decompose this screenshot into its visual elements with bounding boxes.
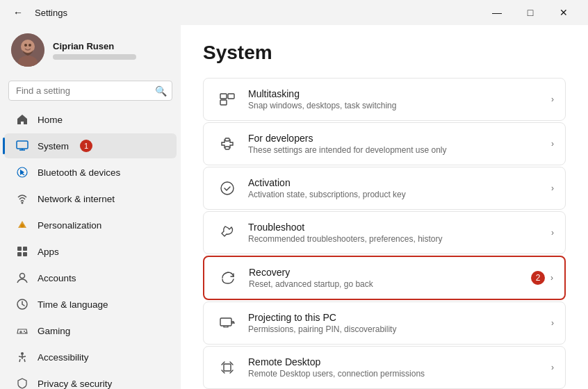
settings-item-recovery[interactable]: Recovery Reset, advanced startup, go bac… [203,256,566,300]
network-icon [15,192,29,206]
troubleshoot-icon [215,220,240,245]
app-container: Ciprian Rusen 🔍 Home [0,25,588,389]
title-bar: ← Settings — □ ✕ [0,0,588,25]
chevron-icon: › [551,318,554,328]
nav-label-network: Network & internet [38,194,115,204]
gaming-icon [15,324,29,338]
sidebar-item-network[interactable]: Network & internet [4,186,177,211]
system-icon [15,139,29,153]
accessibility-icon [15,350,29,364]
personalization-icon [15,218,29,232]
projecting-desc: Permissions, pairing PIN, discoverabilit… [248,324,551,334]
sidebar-item-personalization[interactable]: Personalization [4,213,177,238]
nav-label-accessibility: Accessibility [38,352,89,363]
developers-title: For developers [248,133,551,144]
activation-icon [215,176,240,201]
settings-item-developers[interactable]: For developers These settings are intend… [203,122,566,165]
chevron-icon: › [551,94,554,104]
recovery-title: Recovery [249,267,531,278]
svg-rect-9 [17,247,22,251]
chevron-icon: › [550,273,553,283]
svg-point-7 [22,202,24,204]
app-title: Settings [35,8,67,18]
settings-item-troubleshoot[interactable]: Troubleshoot Recommended troubleshooters… [203,211,566,254]
back-button[interactable]: ← [8,3,28,22]
remote-desc: Remote Desktop users, connection permiss… [248,369,551,379]
developers-icon [215,131,240,156]
sidebar-item-privacy[interactable]: Privacy & security [4,371,177,389]
projecting-icon [215,311,240,336]
settings-item-multitasking[interactable]: Multitasking Snap windows, desktops, tas… [203,78,566,121]
sidebar-item-accessibility[interactable]: Accessibility [4,345,177,370]
home-icon [15,113,29,126]
activation-title: Activation [248,177,551,188]
svg-rect-22 [225,147,229,149]
privacy-icon [15,376,29,389]
nav-label-home: Home [38,115,63,125]
svg-rect-12 [23,252,27,256]
svg-rect-25 [224,364,231,371]
avatar [11,33,44,67]
developers-desc: These settings are intended for developm… [248,145,551,155]
time-icon [15,297,29,311]
multitasking-title: Multitasking [248,88,551,99]
nav-label-time: Time & language [38,299,108,310]
settings-item-projecting[interactable]: Projecting to this PC Permissions, pairi… [203,301,566,345]
svg-point-8 [21,224,24,228]
remote-title: Remote Desktop [248,356,551,367]
activation-desc: Activation state, subscriptions, product… [248,190,551,199]
sidebar-item-time[interactable]: Time & language [4,292,177,317]
chevron-icon: › [551,228,554,238]
sidebar-item-bluetooth[interactable]: Bluetooth & devices [4,160,177,185]
svg-point-13 [20,274,25,279]
multitasking-desc: Snap windows, desktops, task switching [248,101,551,110]
user-profile[interactable]: Ciprian Rusen [0,25,181,78]
sidebar-item-home[interactable]: Home [4,107,177,132]
system-badge: 1 [80,140,92,152]
close-button[interactable]: ✕ [548,1,580,24]
sidebar-item-system[interactable]: System 1 [4,133,177,158]
sidebar-item-gaming[interactable]: Gaming [4,318,177,343]
settings-list: Multitasking Snap windows, desktops, tas… [203,78,566,389]
minimize-button[interactable]: — [481,1,513,24]
search-input[interactable] [8,81,172,101]
svg-point-23 [221,182,234,194]
svg-rect-18 [220,94,227,99]
bluetooth-icon [15,165,29,179]
svg-rect-20 [220,100,227,105]
svg-point-15 [24,331,25,332]
sidebar-item-accounts[interactable]: Accounts [4,265,177,290]
svg-point-3 [24,44,27,47]
nav-label-gaming: Gaming [38,326,70,336]
user-name: Ciprian Rusen [53,41,136,51]
sidebar: Ciprian Rusen 🔍 Home [0,25,181,389]
svg-point-4 [28,44,31,47]
svg-rect-11 [17,252,22,256]
accounts-icon [15,271,29,285]
svg-point-17 [21,352,24,355]
troubleshoot-title: Troubleshoot [248,222,551,233]
apps-icon [15,245,29,258]
nav-label-personalization: Personalization [38,220,101,231]
multitasking-icon [215,87,240,112]
nav-label-accounts: Accounts [38,273,76,283]
svg-rect-10 [23,247,27,251]
nav-label-apps: Apps [38,247,59,257]
nav-label-bluetooth: Bluetooth & devices [38,167,120,178]
search-icon: 🔍 [155,85,167,97]
recovery-desc: Reset, advanced startup, go back [249,279,531,289]
settings-item-activation[interactable]: Activation Activation state, subscriptio… [203,167,566,210]
nav-label-system: System [38,141,69,151]
svg-rect-19 [228,94,234,99]
recovery-icon [215,265,240,290]
nav-label-privacy: Privacy & security [38,379,112,389]
recovery-badge: 2 [531,271,545,285]
settings-item-remote[interactable]: Remote Desktop Remote Desktop users, con… [203,346,566,389]
projecting-title: Projecting to this PC [248,312,551,323]
maximize-button[interactable]: □ [514,1,546,24]
chevron-icon: › [551,139,554,149]
svg-point-16 [25,332,26,333]
sidebar-item-apps[interactable]: Apps [4,239,177,264]
troubleshoot-desc: Recommended troubleshooters, preferences… [248,234,551,244]
search-box[interactable]: 🔍 [8,81,172,101]
